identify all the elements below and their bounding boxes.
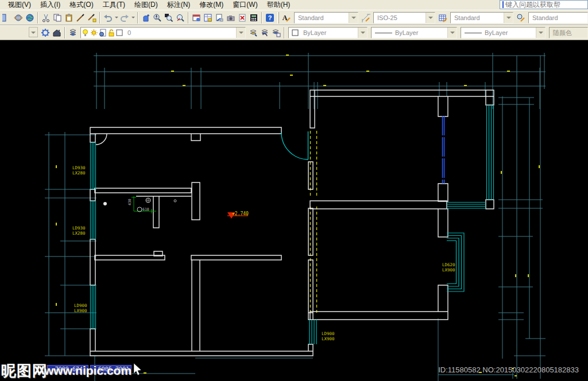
linetype-sample	[375, 33, 392, 33]
menu-window[interactable]: 窗口(W)	[228, 0, 262, 10]
label-ld900-5b: LX900	[322, 336, 335, 341]
zoom-realtime-icon[interactable]	[152, 11, 163, 24]
linetype-value: ByLayer	[395, 29, 419, 36]
layer-name: 0	[124, 29, 132, 36]
layer-freeze-sun-icon[interactable]	[90, 29, 98, 37]
chevron-down-icon[interactable]	[504, 13, 513, 23]
menu-modify[interactable]: 修改(M)	[195, 0, 228, 10]
balcony-door-blue	[443, 116, 444, 184]
toolbar-grip[interactable]	[277, 12, 279, 24]
menu-view[interactable]: 视图(V)	[3, 0, 36, 10]
layer-states-icon[interactable]	[51, 26, 63, 39]
layer-unlock-icon[interactable]	[107, 29, 115, 37]
color-value: ByLayer	[300, 29, 327, 36]
drawing-canvas[interactable]: 430 610 +2.740 LD930 LX280 LD930 LX280 L…	[0, 40, 588, 381]
current-style-combo[interactable]: Standard	[528, 12, 588, 24]
sheetset-icon[interactable]	[225, 11, 237, 24]
label-ld620-a: LD620	[442, 262, 455, 267]
clipped-icon[interactable]	[1, 11, 13, 24]
lamp-symbol	[103, 202, 107, 205]
chevron-down-icon[interactable]	[236, 28, 245, 38]
separator	[261, 12, 262, 24]
tool-palettes-icon[interactable]	[214, 11, 225, 24]
dim-style-combo[interactable]: ISO-25	[373, 12, 435, 24]
chevron-down-icon[interactable]	[425, 13, 435, 23]
chevron-down-icon[interactable]	[349, 13, 358, 23]
paste-icon[interactable]	[63, 11, 75, 24]
menu-draw[interactable]: 绘图(D)	[130, 0, 163, 10]
style-manager-icon[interactable]	[515, 11, 527, 24]
entry-door	[281, 131, 308, 160]
layer-manager-icon[interactable]	[270, 26, 282, 39]
lineweight-sample	[465, 33, 482, 33]
copy-icon[interactable]	[52, 11, 63, 24]
table-style-combo[interactable]: Standard	[450, 12, 513, 24]
window-labels: LD930 LX280 LD930 LX280 LD900 LX900 LD62…	[72, 165, 455, 341]
menu-format[interactable]: 格式(O)	[65, 0, 98, 10]
menu-dimension[interactable]: 标注(N)	[163, 0, 195, 10]
standard-toolbar: ? A Standard ISO-25 Standard Standard	[0, 10, 588, 25]
zoom-window-icon[interactable]	[163, 11, 175, 24]
plot-style-combo: 随颜色	[549, 27, 588, 38]
redo-dropdown-icon[interactable]	[130, 11, 136, 24]
text-style-icon[interactable]: A	[281, 11, 292, 24]
plot-style-value: 随颜色	[550, 29, 573, 37]
label-ld900-3a: LD900	[74, 303, 87, 308]
current-style-value: Standard	[529, 14, 559, 21]
calculator-icon[interactable]	[248, 11, 260, 24]
layer-previous-icon[interactable]	[259, 26, 270, 39]
pan-icon[interactable]	[140, 11, 152, 24]
brush-icon[interactable]	[75, 11, 86, 24]
table-style-icon[interactable]	[437, 11, 448, 24]
label-ld620-b: LX900	[442, 267, 455, 273]
layer-properties-icon[interactable]	[40, 26, 51, 39]
help-search-text: 键入问题以获取帮	[505, 0, 560, 9]
make-object-layer-current-icon[interactable]	[247, 26, 259, 39]
windows	[91, 105, 494, 344]
dim-style-icon[interactable]	[360, 11, 372, 24]
layers-icon[interactable]	[67, 26, 79, 39]
color-combo[interactable]: ByLayer	[288, 27, 368, 38]
separator	[284, 27, 285, 38]
designcenter-icon[interactable]	[202, 11, 214, 24]
linetype-combo[interactable]: ByLayer	[371, 27, 457, 38]
undo-icon[interactable]	[102, 11, 114, 24]
dim-style-value: ISO-25	[374, 14, 399, 21]
separator	[188, 12, 189, 24]
chevron-down-icon[interactable]	[447, 28, 457, 38]
chevron-down-icon[interactable]	[29, 27, 38, 37]
menu-tools[interactable]: 工具(T)	[98, 0, 130, 10]
properties-palette-icon[interactable]	[191, 11, 202, 24]
undo-dropdown-icon[interactable]	[114, 11, 119, 24]
dimension-lines	[45, 53, 546, 381]
layer-color-swatch[interactable]	[115, 29, 124, 37]
image-id-text: ID:11580582 NO:20150302220805182833	[438, 366, 579, 374]
match-properties-icon[interactable]	[86, 11, 98, 24]
elevation-marker: +2.740	[227, 211, 249, 219]
clipped-combo[interactable]	[23, 27, 38, 38]
label-ld930-1b: LX280	[72, 170, 86, 176]
autocad-window: 视图(V) 插入(I) 格式(O) 工具(T) 绘图(D) 标注(N) 修改(M…	[0, 0, 588, 381]
bath-dim-610: 610	[142, 207, 149, 212]
layer-combo[interactable]: 0	[80, 27, 246, 38]
cut-icon[interactable]	[40, 11, 52, 24]
text-style-combo[interactable]: Standard	[294, 12, 358, 24]
chevron-down-icon[interactable]	[358, 28, 367, 38]
menu-help[interactable]: 帮助(H)	[262, 0, 295, 10]
layer-on-bulb-icon[interactable]	[81, 29, 90, 37]
redo-icon[interactable]	[119, 11, 130, 24]
bath-fixtures: 430 610	[103, 196, 176, 213]
help-icon[interactable]: ?	[264, 11, 276, 24]
publish-globe-icon[interactable]	[24, 11, 36, 24]
chevron-down-icon[interactable]	[536, 28, 545, 38]
layer-vp-freeze-icon[interactable]	[98, 29, 107, 37]
hidden-dashed-lines	[311, 131, 317, 313]
markup-icon[interactable]	[237, 11, 248, 24]
zoom-previous-icon[interactable]	[175, 11, 186, 24]
lineweight-combo[interactable]: ByLayer	[461, 27, 546, 38]
help-search-input[interactable]: 键入问题以获取帮	[500, 0, 588, 9]
separator	[37, 12, 38, 24]
menu-insert[interactable]: 插入(I)	[36, 0, 65, 10]
orbit-icon[interactable]	[13, 11, 24, 24]
table-style-value: Standard	[451, 14, 481, 21]
